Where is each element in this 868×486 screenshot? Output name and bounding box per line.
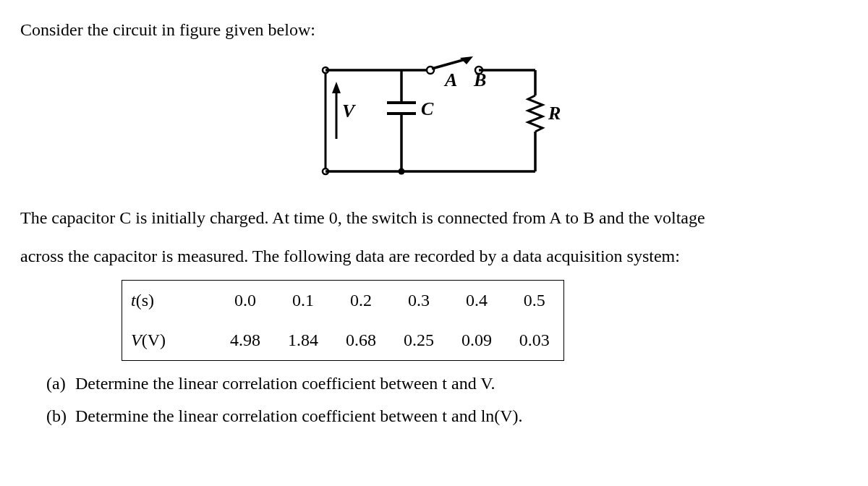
description-line-1: The capacitor C is initially charged. At… bbox=[20, 202, 848, 234]
question-a-text: Determine the linear correlation coeffic… bbox=[75, 374, 495, 393]
data-table: t(s) 0.0 0.1 0.2 0.3 0.4 0.5 V(V) 4.98 1… bbox=[122, 280, 564, 361]
question-a: (a) Determine the linear correlation coe… bbox=[46, 368, 848, 399]
cell-t-4: 0.4 bbox=[448, 280, 506, 320]
question-b: (b) Determine the linear correlation coe… bbox=[46, 401, 848, 432]
cell-t-0: 0.0 bbox=[216, 280, 274, 320]
intro-text: Consider the circuit in figure given bel… bbox=[20, 14, 848, 46]
label-V: V bbox=[342, 101, 357, 122]
svg-point-16 bbox=[399, 169, 405, 175]
label-A: A bbox=[443, 69, 457, 90]
cell-t-1: 0.1 bbox=[274, 280, 332, 320]
table-row: t(s) 0.0 0.1 0.2 0.3 0.4 0.5 bbox=[122, 280, 564, 320]
label-C: C bbox=[421, 98, 434, 119]
cell-V-0: 4.98 bbox=[216, 320, 274, 361]
row-header-V: V bbox=[131, 331, 142, 349]
label-R: R bbox=[548, 103, 561, 124]
cell-V-4: 0.09 bbox=[448, 320, 506, 361]
table-row: V(V) 4.98 1.84 0.68 0.25 0.09 0.03 bbox=[122, 320, 564, 361]
circuit-figure: V A B C R bbox=[20, 56, 848, 189]
row-header-t: t bbox=[131, 291, 136, 310]
row-header-V-unit: (V) bbox=[142, 331, 166, 349]
cell-t-2: 0.2 bbox=[332, 280, 390, 320]
question-b-text: Determine the linear correlation coeffic… bbox=[75, 406, 523, 425]
question-a-label: (a) bbox=[46, 368, 71, 399]
description-line-2: across the capacitor is measured. The fo… bbox=[20, 241, 848, 272]
cell-V-1: 1.84 bbox=[274, 320, 332, 361]
label-B: B bbox=[473, 69, 486, 90]
svg-marker-4 bbox=[332, 82, 341, 93]
cell-V-2: 0.68 bbox=[332, 320, 390, 361]
question-b-label: (b) bbox=[46, 401, 71, 432]
cell-V-3: 0.25 bbox=[390, 320, 448, 361]
cell-t-5: 0.5 bbox=[506, 280, 563, 320]
cell-t-3: 0.3 bbox=[390, 280, 448, 320]
row-header-t-unit: (s) bbox=[136, 291, 154, 310]
cell-V-5: 0.03 bbox=[506, 320, 563, 361]
